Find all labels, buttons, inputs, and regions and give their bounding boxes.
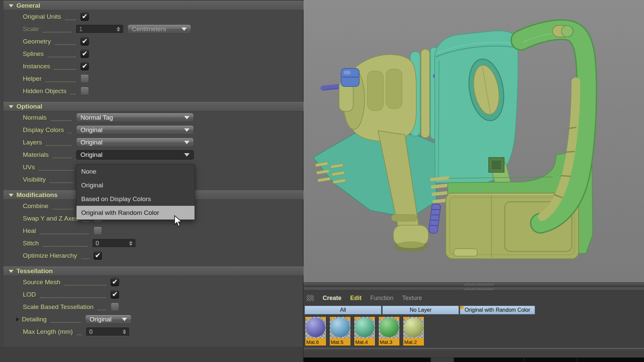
display-colors-dropdown[interactable]: Original (76, 125, 194, 134)
field-label: Source Mesh (23, 279, 60, 286)
menu-item-none[interactable]: None (76, 165, 195, 178)
row-original-units: Original Units✔ (0, 10, 304, 23)
field-label: Combine (23, 202, 48, 210)
row-label-zone: Optimize Hierarchy (23, 249, 92, 262)
selection-corner-icon (354, 317, 359, 319)
menu-function[interactable]: Function (370, 295, 393, 302)
detailing-dropdown[interactable]: Original (85, 315, 131, 324)
row-scale-based-tessellation: Scale Based Tessellation (0, 301, 304, 313)
spinner-arrows[interactable] (129, 241, 132, 246)
field-value: 1 (79, 26, 83, 33)
menu-item-based-on-display-colors[interactable]: Based on Display Colors (76, 192, 195, 206)
panel-footer (0, 347, 303, 362)
row-label-zone: Helper (23, 72, 79, 85)
scale-based-tessellation-checkbox[interactable] (111, 303, 119, 311)
row-label-zone: Layers (23, 136, 75, 148)
lod-checkbox[interactable]: ✔ (111, 290, 119, 299)
material-tile-mat-5[interactable]: Mat.5 (329, 316, 351, 346)
helper-checkbox[interactable] (80, 74, 89, 83)
collapse-triangle-icon (9, 105, 13, 108)
row-label-zone: Detailing (23, 313, 84, 325)
menu-create[interactable]: Create (323, 295, 341, 302)
scale-field[interactable]: 1 (76, 25, 123, 34)
latch (429, 203, 441, 234)
selection-corner-icon (330, 317, 335, 319)
optimize-hierarchy-checkbox[interactable]: ✔ (94, 251, 102, 260)
spinner-arrows[interactable] (123, 329, 126, 334)
max-length-mm-field[interactable]: 0 (86, 327, 129, 336)
row-label-zone: Geometry (23, 35, 79, 48)
row-hidden-objects: Hidden Objects (0, 85, 304, 97)
material-sphere (404, 318, 423, 337)
instances-checkbox[interactable]: ✔ (80, 62, 89, 70)
section-title: Modifications (16, 191, 57, 199)
row-label-zone: Heal (23, 225, 92, 237)
section-title: General (16, 2, 40, 9)
menu-texture[interactable]: Texture (402, 295, 422, 302)
row-label-zone: Normals (23, 111, 75, 124)
row-label-zone: Splines (23, 48, 79, 60)
material-preview (379, 317, 399, 339)
expander-triangle-icon[interactable] (16, 317, 19, 321)
source-mesh-checkbox[interactable]: ✔ (111, 278, 119, 286)
chevron-down-icon (181, 27, 187, 31)
row-helper: Helper (0, 72, 304, 85)
spinner-arrows[interactable] (117, 27, 120, 32)
field-label: Detailing (22, 316, 47, 323)
dotted-leader (65, 13, 76, 20)
field-label: Stitch (23, 240, 39, 247)
row-heal: Heal (0, 225, 304, 237)
layer-tab-all[interactable]: All (305, 306, 381, 314)
collapse-triangle-icon (9, 4, 13, 7)
original-units-checkbox[interactable]: ✔ (80, 12, 89, 21)
row-optimize-hierarchy: Optimize Hierarchy✔ (0, 249, 304, 262)
dotted-leader (51, 114, 71, 121)
chevron-down-icon (184, 153, 190, 157)
row-detailing: DetailingOriginal (0, 313, 304, 325)
menu-item-original[interactable]: Original (76, 178, 195, 192)
splitter-grip[interactable] (464, 283, 495, 286)
viewport[interactable] (304, 0, 644, 282)
material-sphere (330, 318, 350, 337)
section-header-general[interactable]: General (3, 1, 304, 10)
field-label: Helper (23, 75, 42, 82)
field-label: Scale Based Tessellation (23, 303, 94, 311)
row-label-zone: Scale Based Tessellation (23, 301, 109, 313)
layer-tab-original-with-random-color[interactable]: Original with Random Color (460, 306, 535, 314)
drag-grip-icon[interactable] (307, 295, 314, 301)
row-normals: NormalsNormal Tag (0, 111, 304, 124)
chuck (339, 55, 416, 141)
field-label: Swap Y and Z Axes (23, 215, 78, 222)
geometry-checkbox[interactable]: ✔ (80, 37, 89, 46)
field-label: Scale (23, 25, 39, 33)
splines-checkbox[interactable]: ✔ (80, 50, 89, 58)
stitch-field[interactable]: 0 (93, 239, 136, 248)
dropdown-value: Original (80, 126, 102, 134)
normals-dropdown[interactable]: Normal Tag (76, 113, 194, 122)
row-label-zone: Instances (23, 60, 79, 72)
material-tile-mat-4[interactable]: Mat.4 (354, 316, 375, 346)
material-tile-mat-3[interactable]: Mat.3 (378, 316, 400, 346)
chevron-down-icon (184, 116, 190, 119)
scale-unit-dropdown[interactable]: Centimeters (127, 24, 191, 34)
selection-corner-icon (370, 317, 375, 319)
material-tile-mat-2[interactable]: Mat.2 (403, 316, 424, 346)
chevron-down-icon (184, 141, 190, 144)
section-header-tessellation[interactable]: Tessellation (3, 266, 304, 276)
material-tile-mat-6[interactable]: Mat.6 (305, 316, 326, 346)
row-lod: LOD✔ (0, 288, 304, 301)
hidden-objects-checkbox[interactable] (80, 87, 89, 95)
menu-edit[interactable]: Edit (350, 295, 362, 302)
heal-checkbox[interactable] (94, 227, 102, 235)
field-label: Geometry (23, 38, 51, 45)
chevron-down-icon (184, 128, 190, 132)
materials-dropdown[interactable]: Original (76, 150, 194, 160)
layers-dropdown[interactable]: Original (76, 138, 194, 147)
row-label-zone: Hidden Objects (23, 85, 79, 97)
layer-tab-no-layer[interactable]: No Layer (382, 306, 459, 314)
section-header-optional[interactable]: Optional (3, 102, 304, 111)
splitter-grip[interactable] (464, 288, 495, 290)
layer-tabs: AllNo LayerOriginal with Random Color (305, 306, 535, 315)
tab-label: No Layer (410, 307, 432, 313)
row-splines: Splines✔ (0, 48, 304, 60)
